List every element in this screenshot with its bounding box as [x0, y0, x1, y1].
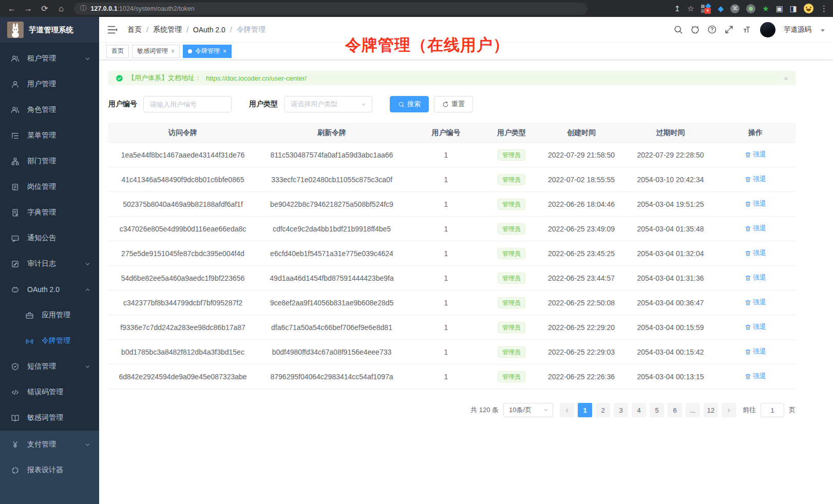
fullscreen-icon[interactable] [724, 25, 734, 34]
user-type-select[interactable]: 请选择用户类型 [284, 96, 372, 112]
cell-user-type: 管理员 [486, 364, 537, 389]
url-bar[interactable]: ⓘ 127.0.0.1:1024/system/oauth2/token [74, 3, 588, 15]
force-logout-button[interactable]: 强退 [745, 322, 766, 332]
force-logout-button[interactable]: 强退 [745, 199, 766, 208]
force-logout-button[interactable]: 强退 [745, 372, 766, 381]
tab-close-icon[interactable]: × [171, 48, 175, 54]
cell-expire-time: 2054-03-04 01:31:36 [626, 266, 715, 290]
extension-badge-icon[interactable]: 9 [701, 4, 711, 13]
sidebar-item-oauth2-token[interactable]: 令牌管理 [0, 328, 99, 354]
table-row: 502375b8040a469a9b82188afdf6af1fbe90422b… [108, 192, 796, 217]
browser-profile-avatar[interactable] [804, 4, 813, 13]
force-logout-button[interactable]: 强退 [745, 273, 766, 282]
tab-首页[interactable]: 首页 [106, 45, 129, 58]
cell-refresh-token: 9ce8ef2aa9f14056b831ae9b608e28d5 [257, 290, 406, 315]
goto-page-input[interactable] [761, 403, 784, 417]
user-name[interactable]: 芋道源码 [784, 25, 811, 34]
sidebar-item-post[interactable]: 岗位管理 [0, 174, 99, 200]
share-icon[interactable]: ↥ [674, 5, 681, 12]
sidebar-item-report[interactable]: 报表设计器 [0, 457, 99, 483]
browser-back-button[interactable]: ← [5, 2, 18, 15]
puzzle-extensions-icon[interactable]: ▣ [776, 5, 783, 12]
cell-expire-time: 2022-07-29 22:28:50 [626, 143, 715, 167]
user-id-input[interactable] [143, 96, 232, 112]
sidebar-item-oauth2[interactable]: OAuth 2.0 [0, 277, 99, 302]
alert-text: 【用户体系】文档地址： [128, 73, 201, 83]
split-window-icon[interactable]: ◨ [790, 5, 797, 12]
force-logout-button[interactable]: 强退 [745, 248, 766, 258]
browser-home-button[interactable]: ⌂ [54, 2, 68, 15]
sidebar-item-dict[interactable]: 字典管理 [0, 200, 99, 225]
reset-button[interactable]: 重置 [434, 96, 473, 112]
pager-page-3[interactable]: 3 [614, 403, 628, 417]
sidebar-item-role[interactable]: 角色管理 [0, 97, 99, 123]
cell-user-type: 管理员 [486, 143, 537, 167]
pager-page-6[interactable]: 6 [668, 403, 682, 417]
dept-icon [11, 157, 20, 166]
tab-敏感词管理[interactable]: 敏感词管理× [132, 45, 180, 58]
pager-page-12[interactable]: 12 [704, 403, 718, 417]
active-tab-dot [188, 49, 192, 53]
page-size-select[interactable]: 10条/页 [503, 403, 553, 417]
alert-close-icon[interactable]: × [784, 74, 788, 83]
pager-next-button[interactable]: › [722, 403, 736, 417]
breadcrumb-item[interactable]: 系统管理 [153, 25, 182, 34]
help-icon[interactable] [707, 25, 717, 34]
tab-close-icon[interactable]: × [223, 48, 226, 54]
browser-forward-button[interactable]: → [22, 2, 35, 15]
github-icon[interactable] [690, 25, 700, 34]
collapse-sidebar-icon[interactable] [107, 24, 118, 35]
search-button[interactable]: 搜索 [390, 96, 429, 112]
command-extension-icon[interactable]: ⌘ [730, 4, 740, 13]
app-root: ← → ⟳ ⌂ ⓘ 127.0.0.1:1024/system/oauth2/t… [0, 0, 833, 504]
user-avatar[interactable] [760, 22, 775, 37]
force-logout-button[interactable]: 强退 [745, 298, 766, 307]
chevron-up-icon [84, 286, 91, 293]
table-row: 1ea5e44f8bc1467aaede43144f31de76811c5304… [108, 143, 796, 167]
tab-令牌管理[interactable]: 令牌管理× [183, 45, 232, 58]
force-logout-button[interactable]: 强退 [745, 224, 766, 233]
force-logout-button[interactable]: 强退 [745, 347, 766, 356]
sidebar-item-menu[interactable]: 菜单管理 [0, 123, 99, 148]
table-row: 41c41346a548490f9dc8b01c6bfe0865333ecfc7… [108, 167, 796, 192]
green-star-extension-icon[interactable]: ★ [762, 5, 769, 12]
pager-page-5[interactable]: 5 [650, 403, 664, 417]
browser-reload-button[interactable]: ⟳ [38, 2, 51, 15]
pager-page-4[interactable]: 4 [632, 403, 646, 417]
page-info-icon[interactable]: ⓘ [80, 4, 87, 13]
sidebar-item-label: 部门管理 [27, 157, 56, 166]
tenant-icon [11, 54, 20, 63]
pager-page-2[interactable]: 2 [596, 403, 610, 417]
sidebar-item-label: 用户管理 [27, 80, 56, 89]
cell-user-id: 1 [406, 241, 486, 266]
gem-extension-icon[interactable]: ◆ [718, 5, 724, 12]
recorder-extension-icon[interactable] [746, 4, 755, 13]
browser-menu-icon[interactable]: ⋮ [820, 5, 828, 12]
sidebar-item-pay[interactable]: 支付管理 [0, 432, 99, 457]
sidebar-item-notice[interactable]: 通知公告 [0, 225, 99, 251]
pager-page-1[interactable]: 1 [578, 403, 592, 417]
force-logout-button[interactable]: 强退 [745, 150, 766, 159]
sidebar-item-sms[interactable]: 短信管理 [0, 354, 99, 379]
sidebar-item-errcode[interactable]: 错误码管理 [0, 379, 99, 405]
sidebar-item-tenant[interactable]: 租户管理 [0, 46, 99, 71]
pager-prev-button[interactable]: ‹ [560, 403, 574, 417]
doc-link[interactable]: https://doc.iocoder.cn/user-center/ [206, 74, 307, 82]
sidebar-item-audit[interactable]: 审计日志 [0, 251, 99, 277]
cell-access-token: 275e5de9151045fe87cbdc395e004f4d [108, 241, 257, 266]
search-icon[interactable] [673, 25, 683, 34]
sidebar-item-user[interactable]: 用户管理 [0, 71, 99, 97]
sidebar-item-sensitive[interactable]: 敏感词管理 [0, 405, 99, 431]
app-logo[interactable]: 芋道管理系统 [0, 17, 99, 43]
force-logout-button[interactable]: 强退 [745, 175, 766, 184]
caret-down-icon[interactable] [821, 29, 825, 32]
breadcrumb-item[interactable]: 首页 [127, 25, 142, 34]
breadcrumb-item[interactable]: OAuth 2.0 [193, 26, 225, 34]
sidebar-item-oauth2-app[interactable]: 应用管理 [0, 302, 99, 328]
trash-icon [745, 299, 751, 306]
text-size-icon[interactable] [741, 25, 751, 34]
bookmark-star-icon[interactable]: ☆ [687, 5, 694, 12]
sidebar-item-dept[interactable]: 部门管理 [0, 148, 99, 174]
pager-more-button[interactable]: ... [686, 403, 700, 417]
user-type-badge: 管理员 [498, 322, 525, 333]
